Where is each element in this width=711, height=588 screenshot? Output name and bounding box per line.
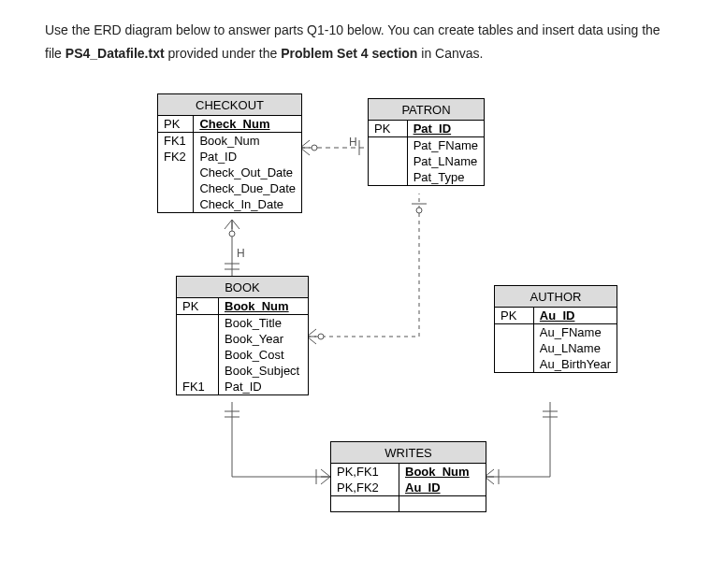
instr-mid: provided under the	[165, 46, 282, 61]
key	[495, 340, 533, 356]
erd-diagram: H H	[45, 93, 662, 542]
entity-title: BOOK	[177, 277, 308, 298]
key: FK2	[158, 149, 194, 165]
key	[495, 324, 533, 341]
key	[158, 180, 194, 196]
field: Pat_ID	[194, 149, 301, 165]
instr-file: PS4_Datafile.txt	[65, 46, 165, 61]
key: PK,FK1	[331, 464, 399, 480]
entity-book: BOOK PK Book_Num Book_Title Book_Year Bo…	[176, 276, 309, 395]
svg-text:H: H	[237, 247, 245, 260]
instructions: Use the ERD diagram below to answer part…	[45, 19, 666, 65]
key	[177, 315, 219, 332]
entity-title: PATRON	[369, 99, 484, 121]
entity-title: AUTHOR	[495, 286, 617, 308]
entity-author: AUTHOR PK Au_ID Au_FName Au_LName Au_Bir…	[494, 285, 617, 373]
field: Pat_Type	[407, 169, 484, 185]
field: Pat_LName	[407, 153, 484, 169]
field: Pat_FName	[407, 137, 484, 154]
svg-point-13	[416, 208, 422, 213]
field: Book_Title	[219, 315, 309, 332]
key	[369, 153, 407, 169]
pk-field: Pat_ID	[414, 122, 451, 136]
field: Au_ID	[405, 480, 441, 495]
field: Book_Year	[219, 331, 309, 347]
key: FK1	[177, 379, 219, 394]
pk-field: Check_Num	[199, 117, 269, 131]
pk-field: Au_ID	[540, 308, 575, 323]
field: Au_FName	[533, 324, 617, 341]
field: Book_Subject	[219, 363, 309, 379]
key	[177, 347, 219, 363]
pk-label: PK	[177, 298, 219, 315]
key	[369, 169, 407, 185]
svg-text:H: H	[349, 136, 357, 149]
instr-suffix: in Canvas.	[417, 46, 483, 61]
pk-label: PK	[495, 308, 533, 324]
pk-label: PK	[158, 116, 194, 133]
key	[495, 356, 533, 372]
key: FK1	[158, 133, 194, 150]
svg-point-11	[318, 334, 324, 339]
key	[158, 165, 194, 180]
instr-line2a: file	[45, 46, 65, 61]
pk-label: PK	[369, 121, 407, 137]
instr-line1: Use the ERD diagram below to answer part…	[45, 22, 660, 37]
key	[177, 331, 219, 347]
field: Book_Num	[405, 465, 470, 479]
entity-checkout: CHECKOUT PK Check_Num FK1 Book_Num FK2 P…	[157, 93, 302, 213]
field: Check_In_Date	[194, 196, 301, 212]
key: PK,FK2	[331, 480, 399, 496]
entity-writes: WRITES PK,FK1 Book_Num PK,FK2 Au_ID	[330, 441, 486, 512]
field: Check_Due_Date	[194, 180, 301, 196]
field: Au_LName	[533, 340, 617, 356]
svg-point-5	[229, 231, 235, 237]
entity-title: CHECKOUT	[158, 94, 301, 116]
pk-field: Book_Num	[225, 299, 289, 313]
field: Book_Cost	[219, 347, 309, 363]
field: Pat_ID	[219, 379, 309, 394]
key	[158, 196, 194, 212]
field: Book_Num	[194, 133, 301, 150]
svg-point-1	[312, 145, 317, 151]
entity-patron: PATRON PK Pat_ID Pat_FName Pat_LName Pat…	[368, 98, 485, 186]
key	[177, 363, 219, 379]
entity-title: WRITES	[331, 442, 486, 464]
field: Check_Out_Date	[194, 165, 301, 180]
instr-section: Problem Set 4 section	[281, 46, 417, 61]
key	[369, 137, 407, 154]
field: Au_BirthYear	[533, 356, 617, 372]
